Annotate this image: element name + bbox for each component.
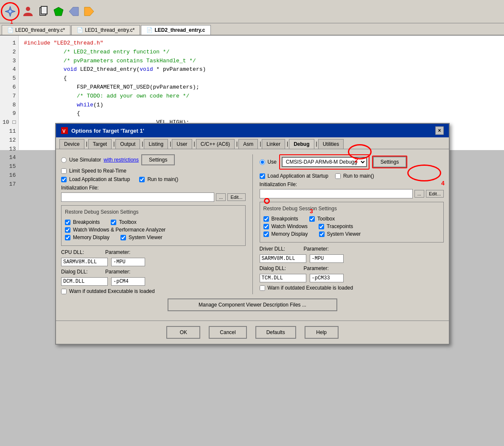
help-button[interactable]: Help xyxy=(305,326,339,339)
left-cpu-param-input[interactable] xyxy=(111,258,145,266)
right-init-edit-button[interactable]: Edit... xyxy=(426,190,444,198)
tab-led0[interactable]: 📄 LED0_thread_entry.c* xyxy=(2,25,70,35)
right-watch-row: Watch Windows Tracepoints xyxy=(263,223,440,229)
defaults-button[interactable]: Defaults xyxy=(255,326,296,339)
right-run-to-main-label: Run to main() xyxy=(343,173,374,179)
right-dialog-param-input[interactable] xyxy=(310,274,344,282)
arrow-left-icon[interactable] xyxy=(67,5,81,18)
tab-led2-icon: 📄 xyxy=(146,27,153,33)
right-tracepoints-cb[interactable] xyxy=(319,224,324,229)
cancel-button[interactable]: Cancel xyxy=(209,326,246,339)
right-dialog-param-label: Parameter: xyxy=(304,265,329,271)
left-init-file-label-row: Initialization File: xyxy=(61,185,246,191)
left-init-browse-button[interactable]: ... xyxy=(216,193,226,201)
left-dialog-param-input[interactable] xyxy=(111,277,145,286)
right-toolbox-cb[interactable] xyxy=(309,216,315,222)
right-init-file-label-row: Initialization File: xyxy=(260,181,444,187)
dialog-tab-utilities[interactable]: Utilities xyxy=(318,139,344,149)
left-watch-cb[interactable] xyxy=(65,227,70,233)
left-breakpoints-row: Breakpoints Toolbox xyxy=(65,219,242,225)
dialog-tab-user[interactable]: User xyxy=(172,139,192,149)
right-use-radio[interactable] xyxy=(260,159,265,165)
tab-led1[interactable]: 📄 LED1_thread_entry.c* xyxy=(71,25,140,35)
right-column: Use CMSIS-DAP ARMv8-M Debugg Settings Lo… xyxy=(260,154,444,294)
left-init-edit-button[interactable]: Edit... xyxy=(227,193,245,201)
right-warn-cb[interactable] xyxy=(260,285,265,291)
file-tab-bar: 📄 LED0_thread_entry.c* 📄 LED1_thread_ent… xyxy=(0,23,504,36)
arrow-right-icon[interactable] xyxy=(82,5,96,18)
simulator-radio[interactable] xyxy=(61,157,67,163)
left-toolbox-cb[interactable] xyxy=(111,220,116,225)
dialog-tab-debug[interactable]: Debug xyxy=(289,139,314,149)
dialog-tab-device[interactable]: Device xyxy=(59,139,84,149)
manage-component-button[interactable]: Manage Component Viewer Description File… xyxy=(168,298,337,311)
dialog-tab-listing[interactable]: Listing xyxy=(144,139,168,149)
tab-led1-label: LED1_thread_entry.c* xyxy=(85,27,134,33)
right-driver-dll-row: Driver DLL: Parameter: xyxy=(260,246,444,252)
simulator-row: Use Simulator with restrictions Settings xyxy=(61,154,246,165)
gem-icon[interactable] xyxy=(52,5,65,18)
person-icon[interactable] xyxy=(21,5,35,18)
left-init-file-label: Initialization File: xyxy=(61,185,99,191)
left-breakpoints-cb[interactable] xyxy=(65,220,70,225)
left-memory-cb[interactable] xyxy=(65,235,70,240)
left-init-file-input[interactable] xyxy=(61,192,214,202)
right-driver-param-input[interactable] xyxy=(310,254,344,263)
limit-speed-label: Limit Speed to Real-Time xyxy=(69,168,126,174)
right-settings-wrapper: Settings xyxy=(372,156,407,168)
right-breakpoints-cb[interactable] xyxy=(263,216,269,222)
left-run-to-main-label: Run to main() xyxy=(147,176,178,182)
magic-wand-icon[interactable] xyxy=(3,5,17,18)
limit-speed-checkbox[interactable] xyxy=(61,168,67,174)
left-sysviewer-cb[interactable] xyxy=(120,235,126,240)
right-init-browse-button[interactable]: ... xyxy=(414,190,424,198)
annotation-1: 1 xyxy=(10,19,13,25)
left-dialog-dll-values xyxy=(61,277,246,286)
left-dialog-dll-input[interactable] xyxy=(61,277,108,286)
dialog-tab-cpp[interactable]: C/C++ (AC6) xyxy=(196,139,235,149)
left-settings-button[interactable]: Settings xyxy=(141,154,175,165)
left-breakpoints-label: Breakpoints xyxy=(73,219,100,225)
dialog-close-button[interactable]: × xyxy=(435,126,444,135)
debugger-select[interactable]: CMSIS-DAP ARMv8-M Debugg xyxy=(282,157,367,167)
left-run-to-main-checkbox[interactable] xyxy=(139,177,145,182)
right-dialog-dll-input[interactable] xyxy=(260,274,306,282)
with-restrictions-link[interactable]: with restrictions xyxy=(104,157,139,163)
tab-led2[interactable]: 📄 LED2_thread_entry.c xyxy=(141,25,210,35)
svg-marker-7 xyxy=(84,7,94,16)
copy-icon[interactable] xyxy=(36,5,50,18)
right-run-to-main-checkbox[interactable] xyxy=(335,173,341,179)
dialog-tab-asm[interactable]: Asm xyxy=(238,139,258,149)
left-load-row: Load Application at Startup Run to main(… xyxy=(61,176,246,182)
right-memory-cb[interactable] xyxy=(263,231,269,237)
right-init-file-input[interactable] xyxy=(260,189,413,198)
left-sysviewer-label: System Viewer xyxy=(129,234,162,240)
right-restore-group: Restore Debug Session Settings Breakpoin… xyxy=(260,202,444,243)
right-init-file-label: Initialization File: xyxy=(260,181,297,187)
dialog-body: Use Simulator with restrictions Settings… xyxy=(56,149,449,321)
left-warn-cb[interactable] xyxy=(61,289,67,294)
ok-button[interactable]: OK xyxy=(166,326,200,339)
right-watch-cb[interactable] xyxy=(263,224,269,229)
right-load-row: Load Application at Startup Run to main(… xyxy=(260,173,444,179)
right-driver-dll-input[interactable] xyxy=(260,254,306,263)
left-load-app-checkbox[interactable] xyxy=(61,177,67,182)
left-warn-row: Warn if outdated Executable is loaded xyxy=(61,288,246,294)
dialog-tab-linker[interactable]: Linker xyxy=(262,139,285,149)
dialog-tab-output[interactable]: Output xyxy=(115,139,140,149)
dialog-title-left: V Options for Target 'Target 1' xyxy=(61,127,144,134)
dialog-tab-target[interactable]: Target xyxy=(88,139,112,149)
dialog-footer: OK Cancel Defaults Help xyxy=(56,321,449,344)
right-dialog-dll-values xyxy=(260,274,444,282)
tab-led2-label: LED2_thread_entry.c xyxy=(154,27,205,33)
right-driver-dll-values xyxy=(260,254,444,263)
left-memory-row: Memory Display System Viewer xyxy=(65,234,242,240)
right-sysviewer-cb[interactable] xyxy=(319,231,325,237)
left-cpu-param-label: Parameter: xyxy=(105,249,130,255)
right-breakpoints-label: Breakpoints xyxy=(272,216,298,222)
right-settings-button[interactable]: Settings xyxy=(373,156,406,167)
right-dialog-dll-label: Dialog DLL: xyxy=(260,265,294,271)
right-load-app-checkbox[interactable] xyxy=(260,173,265,179)
left-cpu-dll-input[interactable] xyxy=(61,258,108,266)
left-column: Use Simulator with restrictions Settings… xyxy=(61,154,246,294)
